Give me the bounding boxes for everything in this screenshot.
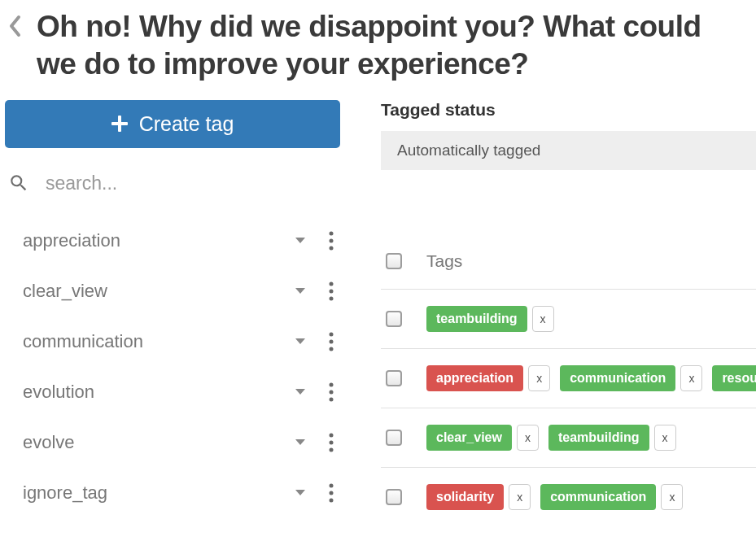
caret-down-icon[interactable] xyxy=(295,287,306,295)
chips-container: clear_view x teambuilding x xyxy=(426,425,676,451)
svg-point-11 xyxy=(330,382,334,386)
row-checkbox[interactable] xyxy=(386,370,402,386)
page-title: Oh no! Why did we disappoint you? What c… xyxy=(37,8,704,84)
tag-chip[interactable]: clear_view x xyxy=(426,425,539,451)
chip-label: communication xyxy=(560,365,675,391)
caret-down-icon[interactable] xyxy=(295,338,306,346)
tag-rows-container: teambuilding x appreciation x communicat… xyxy=(381,290,756,510)
caret-down-icon[interactable] xyxy=(295,237,306,245)
kebab-menu-icon[interactable] xyxy=(329,332,334,351)
svg-point-3 xyxy=(330,238,334,242)
chip-remove-button[interactable]: x xyxy=(532,306,554,332)
chip-label: clear_view xyxy=(426,425,512,451)
sidebar-tag-label: evolution xyxy=(23,382,94,403)
chip-remove-button[interactable]: x xyxy=(528,365,550,391)
chips-container: appreciation x communication x resources… xyxy=(426,365,756,391)
tag-chip[interactable]: communication x xyxy=(540,484,683,510)
svg-point-18 xyxy=(330,491,334,495)
tag-chip[interactable]: communication x xyxy=(560,365,702,391)
row-checkbox[interactable] xyxy=(386,489,402,505)
svg-point-8 xyxy=(330,332,334,336)
chip-label: appreciation xyxy=(426,365,523,391)
sidebar-tag-item[interactable]: communication xyxy=(5,316,340,367)
svg-point-17 xyxy=(330,483,334,487)
svg-point-4 xyxy=(330,246,334,250)
caret-down-icon[interactable] xyxy=(295,438,306,447)
chevron-left-icon xyxy=(8,15,22,37)
sidebar-tag-label: communication xyxy=(23,331,143,352)
kebab-menu-icon[interactable] xyxy=(329,433,334,452)
chip-remove-button[interactable]: x xyxy=(509,484,531,510)
chip-remove-button[interactable]: x xyxy=(661,484,683,510)
row-checkbox[interactable] xyxy=(386,311,402,327)
chips-container: teambuilding x xyxy=(426,306,554,332)
chip-label: teambuilding xyxy=(548,425,649,451)
tagged-status-heading: Tagged status xyxy=(381,100,756,120)
svg-point-5 xyxy=(330,281,334,286)
chips-container: solidarity x communication x xyxy=(426,484,683,510)
chip-label: teambuilding xyxy=(426,306,527,332)
search-icon xyxy=(8,172,29,194)
sidebar-tag-label: ignore_tag xyxy=(23,482,107,504)
svg-point-14 xyxy=(330,433,334,437)
sidebar-tag-label: evolve xyxy=(23,432,75,453)
tag-row: appreciation x communication x resources… xyxy=(381,349,756,408)
tags-header: Tags xyxy=(381,251,756,290)
svg-rect-1 xyxy=(111,122,128,125)
sidebar-tag-item[interactable]: evolve xyxy=(5,417,340,468)
tag-chip[interactable]: teambuilding x xyxy=(548,425,676,451)
plus-icon xyxy=(111,116,128,132)
svg-point-12 xyxy=(330,390,334,394)
row-checkbox[interactable] xyxy=(386,430,402,446)
tag-row: teambuilding x xyxy=(381,290,756,349)
svg-point-10 xyxy=(330,347,334,351)
kebab-menu-icon[interactable] xyxy=(329,281,334,301)
create-tag-button[interactable]: Create tag xyxy=(5,100,340,148)
chip-label: solidarity xyxy=(426,484,504,510)
search-row xyxy=(5,172,340,194)
kebab-menu-icon[interactable] xyxy=(329,382,334,402)
tag-chip[interactable]: resources x xyxy=(712,365,756,391)
kebab-menu-icon[interactable] xyxy=(329,231,334,251)
chip-remove-button[interactable]: x xyxy=(654,425,676,451)
chip-remove-button[interactable]: x xyxy=(517,425,539,451)
select-all-checkbox[interactable] xyxy=(386,253,402,269)
sidebar-tag-item[interactable]: evolution xyxy=(5,367,340,417)
svg-point-2 xyxy=(330,231,334,235)
svg-point-19 xyxy=(330,498,334,502)
caret-down-icon[interactable] xyxy=(295,388,306,396)
svg-point-7 xyxy=(330,296,334,300)
sidebar-tag-list: appreciation clear_view communication ev… xyxy=(5,216,340,518)
tag-row: clear_view x teambuilding x xyxy=(381,408,756,468)
kebab-menu-icon[interactable] xyxy=(329,483,334,503)
search-input[interactable] xyxy=(46,172,340,194)
svg-point-9 xyxy=(330,339,334,343)
sidebar-tag-label: appreciation xyxy=(23,230,120,251)
back-button[interactable] xyxy=(8,15,22,41)
sidebar-tag-label: clear_view xyxy=(23,281,107,302)
create-tag-label: Create tag xyxy=(139,112,234,136)
chip-label: communication xyxy=(540,484,656,510)
svg-point-13 xyxy=(330,397,334,401)
svg-point-6 xyxy=(330,289,334,293)
tags-column-header: Tags xyxy=(426,251,462,271)
svg-point-16 xyxy=(330,447,334,452)
svg-point-15 xyxy=(330,440,334,444)
tagged-status-value[interactable]: Automatically tagged xyxy=(381,131,756,170)
tag-chip[interactable]: teambuilding x xyxy=(426,306,554,332)
caret-down-icon[interactable] xyxy=(295,489,306,497)
tag-row: solidarity x communication x xyxy=(381,468,756,510)
sidebar-tag-item[interactable]: appreciation xyxy=(5,216,340,266)
sidebar-tag-item[interactable]: ignore_tag xyxy=(5,468,340,518)
tag-chip[interactable]: solidarity x xyxy=(426,484,531,510)
chip-label: resources xyxy=(712,365,756,391)
sidebar-tag-item[interactable]: clear_view xyxy=(5,266,340,316)
chip-remove-button[interactable]: x xyxy=(680,365,702,391)
tag-chip[interactable]: appreciation x xyxy=(426,365,550,391)
